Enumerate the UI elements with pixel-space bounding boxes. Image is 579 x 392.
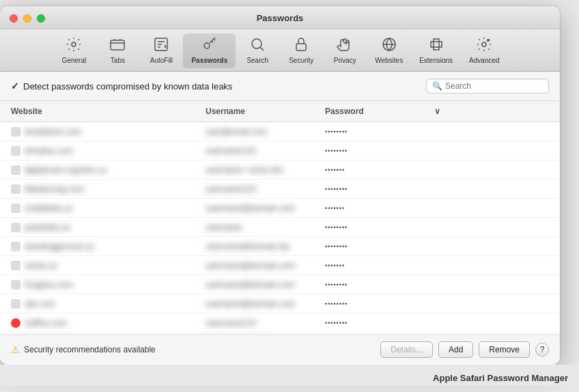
toolbar: General Tabs — [0, 29, 560, 72]
tabs-icon — [109, 36, 126, 55]
table-row[interactable]: doubletree.com user@email.com •••••••• — [0, 122, 560, 141]
main-window: Passwords General — [0, 6, 560, 365]
security-label: Security recommendations available — [24, 345, 156, 354]
site-favicon — [11, 242, 20, 251]
svg-point-8 — [487, 39, 490, 42]
cell-username: username — [206, 220, 325, 235]
cell-username: username • extra info — [206, 163, 325, 178]
search-box[interactable]: 🔍 — [426, 79, 549, 94]
toolbar-item-tabs[interactable]: Tabs — [96, 33, 139, 68]
cell-extra — [434, 225, 549, 230]
toolbar-item-passwords[interactable]: Passwords — [183, 33, 236, 68]
globe-icon — [381, 36, 397, 55]
cell-password: •••••••• — [325, 221, 434, 234]
svg-point-3 — [204, 43, 210, 48]
cell-website: dmcplus.com — [11, 143, 206, 158]
column-website[interactable]: Website — [11, 104, 206, 119]
gear-advanced-icon — [476, 36, 492, 55]
table-row[interactable]: flabsburney.com username123 •••••••• — [0, 180, 560, 199]
column-username[interactable]: Username — [206, 104, 325, 119]
cell-extra — [434, 206, 549, 211]
cell-password: •••••••• — [325, 240, 434, 253]
column-sort[interactable]: ∨ — [434, 104, 549, 119]
table-row[interactable]: standinggerman.us username@domain.biz ••… — [0, 237, 560, 256]
gear-icon — [66, 36, 82, 55]
maximize-button[interactable] — [37, 14, 45, 23]
toolbar-label-websites: Websites — [375, 57, 403, 64]
cell-password: ••••••• — [325, 202, 434, 214]
toolbar-label-autofill: AutoFill — [150, 57, 173, 64]
key-icon — [201, 36, 218, 55]
table-row[interactable]: ialo.com username@domain.com •••••••• — [0, 294, 560, 313]
cell-website: digitalcram.capriton.co — [11, 163, 206, 178]
site-favicon-warning — [11, 318, 20, 328]
toolbar-item-general[interactable]: General — [52, 33, 96, 68]
table-row[interactable]: digitalcram.capriton.co username • extra… — [0, 160, 560, 180]
bottom-bar: ⚠ Security recommendations available Det… — [0, 334, 560, 365]
puzzle-icon — [428, 36, 444, 55]
cell-username: username@domain.com — [206, 296, 325, 311]
table-row[interactable]: mobilelets.us username@domain.com ••••••… — [0, 199, 560, 218]
remove-button[interactable]: Remove — [479, 341, 530, 358]
window-title: Passwords — [11, 13, 549, 29]
detect-check[interactable]: ✓ Detect passwords compromised by known … — [11, 81, 232, 92]
site-favicon — [11, 165, 20, 175]
lock-icon — [293, 36, 309, 55]
security-warning: ⚠ Security recommendations available — [11, 344, 156, 355]
cell-username: username123 — [206, 316, 325, 331]
cell-website: paintballs.us — [11, 220, 206, 235]
details-button[interactable]: Details... — [380, 341, 433, 358]
cell-website: flabsburney.com — [11, 182, 206, 197]
cell-username: username@domain.biz — [206, 239, 325, 254]
site-favicon — [11, 127, 20, 137]
svg-rect-1 — [111, 40, 124, 50]
cell-username: username123 — [206, 143, 325, 158]
table-body: doubletree.com user@email.com •••••••• d… — [0, 122, 560, 334]
traffic-lights — [10, 14, 45, 23]
toolbar-label-security: Security — [289, 57, 313, 64]
svg-point-7 — [482, 42, 486, 46]
svg-point-0 — [72, 42, 76, 46]
table-row[interactable]: rarhar.us username@domain.com ••••••• — [0, 256, 560, 275]
table-row[interactable]: dmcplus.com username123 •••••••• — [0, 141, 560, 160]
toolbar-item-search[interactable]: Search — [236, 33, 279, 68]
detect-label: Detect passwords compromised by known da… — [23, 81, 232, 92]
toolbar-item-extensions[interactable]: Extensions — [411, 33, 461, 68]
minimize-button[interactable] — [23, 14, 31, 23]
toolbar-label-search: Search — [246, 57, 268, 64]
site-favicon — [11, 223, 20, 232]
add-button[interactable]: Add — [438, 341, 473, 358]
content-area: ✓ Detect passwords compromised by known … — [0, 72, 560, 365]
column-password[interactable]: Password — [325, 104, 434, 119]
svg-point-4 — [252, 39, 262, 48]
toolbar-label-privacy: Privacy — [334, 57, 356, 64]
toolbar-label-extensions: Extensions — [419, 57, 453, 64]
cell-password: ••••••• — [325, 260, 434, 272]
cell-extra — [434, 186, 549, 192]
checkmark-icon: ✓ — [11, 81, 19, 92]
toolbar-label-passwords: Passwords — [191, 57, 227, 64]
title-bar: Passwords — [0, 6, 560, 29]
top-bar: ✓ Detect passwords compromised by known … — [0, 72, 560, 101]
cell-website: funglass.com — [11, 277, 206, 292]
bottom-buttons: Details... Add Remove ? — [380, 341, 549, 358]
toolbar-item-websites[interactable]: Websites — [367, 33, 411, 68]
search-icon — [249, 36, 266, 55]
cell-password: •••••••• — [325, 126, 434, 138]
toolbar-label-advanced: Advanced — [469, 57, 499, 64]
table-row[interactable]: radflux.com username123 •••••••• — [0, 313, 560, 333]
table-row[interactable]: funglass.com username@domain.com •••••••… — [0, 275, 560, 294]
help-button[interactable]: ? — [535, 343, 549, 356]
table-row[interactable]: paintballs.us username •••••••• — [0, 218, 560, 237]
cell-username: username@domain.com — [206, 201, 325, 216]
search-input[interactable] — [445, 81, 543, 91]
toolbar-item-security[interactable]: Security — [279, 33, 323, 68]
toolbar-item-autofill[interactable]: AutoFill — [139, 33, 183, 68]
close-button[interactable] — [10, 14, 18, 23]
table-header: Website Username Password ∨ — [0, 101, 560, 122]
cell-website: rarhar.us — [11, 258, 206, 273]
svg-rect-5 — [296, 44, 306, 51]
toolbar-item-privacy[interactable]: Privacy — [323, 33, 367, 68]
toolbar-item-advanced[interactable]: Advanced — [461, 33, 507, 68]
cell-username: username@domain.com — [206, 277, 325, 292]
